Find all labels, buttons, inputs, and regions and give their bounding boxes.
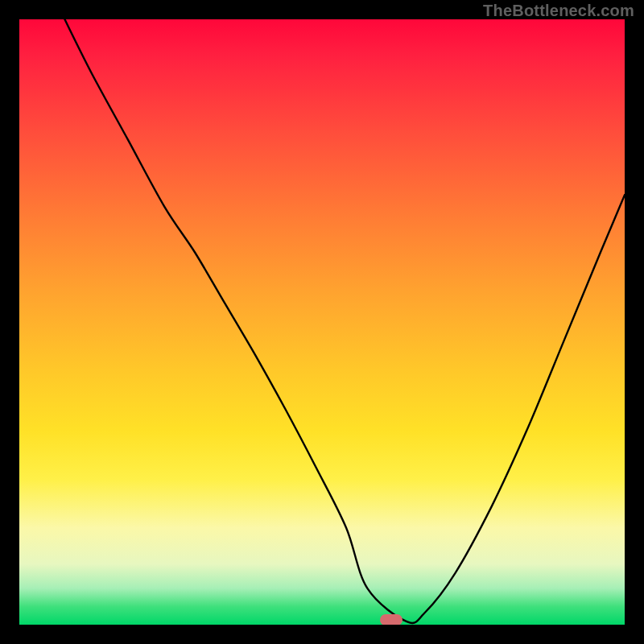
chart-frame: TheBottleneck.com — [0, 0, 644, 644]
plot-area — [19, 19, 625, 625]
optimum-marker — [380, 614, 402, 625]
bottleneck-curve — [19, 19, 625, 625]
watermark-text: TheBottleneck.com — [483, 2, 634, 20]
